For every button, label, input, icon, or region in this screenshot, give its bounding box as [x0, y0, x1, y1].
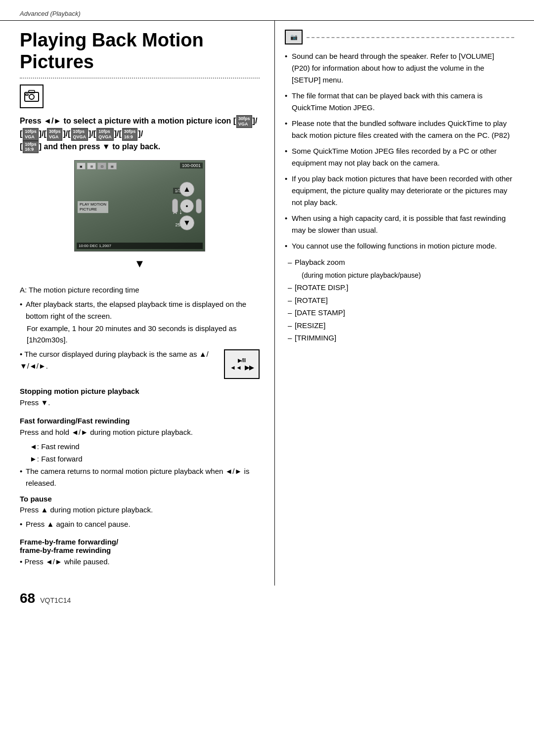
- frame-header: Frame-by-frame forwarding/frame-by-frame…: [20, 538, 260, 554]
- svg-rect-2: [29, 90, 35, 93]
- screen-left-label: PLAY MOTIONPICTURE: [78, 201, 108, 213]
- right-header-box: 📷: [285, 30, 514, 44]
- title-divider: [20, 78, 260, 79]
- pause-body: Press ▲ during motion picture playback.: [20, 504, 260, 515]
- cursor-note-text: • The cursor displayed during playback i…: [20, 348, 216, 372]
- frame-body: • Press ◄/► while paused.: [20, 556, 260, 567]
- camera-screen: ▣ ⊞ ⊡ ▤ 100-0001 PLAY MOTIONPICTURE: [74, 160, 205, 252]
- functions-list: Playback zoom (during motion picture pla…: [285, 256, 514, 344]
- screen-counter: 100-0001: [180, 163, 203, 168]
- list-item: [RESIZE]: [285, 319, 514, 332]
- list-item: Sound can be heard through the speaker. …: [285, 50, 514, 86]
- main-content: Playing Back Motion Pictures Press ◄/► t: [0, 21, 534, 586]
- list-item: You cannot use the following functions i…: [285, 240, 514, 252]
- stopping-header: Stopping motion picture playback: [20, 387, 260, 395]
- svg-point-1: [29, 94, 34, 99]
- list-item: Playback zoom (during motion picture pla…: [285, 256, 514, 281]
- list-item: If you play back motion pictures that ha…: [285, 173, 514, 209]
- a-annotation: A: The motion picture recording time: [20, 284, 260, 295]
- nav-down-btn: ▼: [179, 215, 194, 230]
- svg-rect-3: [26, 94, 28, 95]
- fast-forward-body: Press and hold ◄/► during motion picture…: [20, 426, 260, 438]
- fast-rewind-item: ◄: Fast rewind: [20, 441, 260, 452]
- pause-header: To pause: [20, 495, 260, 503]
- fast-forward-bullets: The camera returns to normal motion pict…: [20, 465, 260, 489]
- pause-bullets: Press ▲ again to cancel pause.: [20, 518, 260, 530]
- instruction-text: Press ◄/► to select a picture with a mot…: [20, 115, 260, 153]
- list-item: Press ▲ again to cancel pause.: [20, 518, 260, 530]
- page-footer: 68 VQT1C14: [0, 586, 534, 611]
- right-column: 📷 Sound can be heard through the speaker…: [274, 21, 534, 586]
- cursor-arrows: ◄◄▶▶: [230, 364, 254, 371]
- fast-forward-item: ►: Fast forward: [20, 453, 260, 464]
- dashed-line: [307, 37, 514, 38]
- screen-nav-controls: ▲ ● ▼: [172, 182, 202, 230]
- camera-small-icon: 📷: [290, 34, 298, 41]
- stopping-body: Press ▼.: [20, 397, 260, 408]
- page-number: 68: [20, 590, 35, 606]
- body-bullet-list: After playback starts, the elapsed playb…: [20, 298, 260, 322]
- right-bullet-list: Sound can be heard through the speaker. …: [285, 50, 514, 252]
- right-icon-box: 📷: [285, 30, 303, 44]
- list-item: After playback starts, the elapsed playb…: [20, 298, 260, 322]
- list-item: [ROTATE DISP.]: [285, 281, 514, 294]
- list-item: When using a high capacity card, it is p…: [285, 212, 514, 236]
- breadcrumb-area: Advanced (Playback): [0, 0, 534, 17]
- screen-bottom-bar: 10:00 DEC 1,2007: [77, 243, 203, 249]
- cursor-play-pause: ▶/II: [238, 358, 246, 363]
- list-item: [DATE STAMP]: [285, 306, 514, 319]
- playback-zoom-subnote: (during motion picture playback/pause): [295, 271, 421, 279]
- list-item: The camera returns to normal motion pict…: [20, 465, 260, 489]
- page: Advanced (Playback) Playing Back Motion …: [0, 0, 534, 756]
- list-item: Please note that the bundled software in…: [285, 118, 514, 141]
- cursor-note: • The cursor displayed during playback i…: [20, 348, 260, 379]
- list-item: Some QuickTime Motion JPEG files recorde…: [285, 145, 514, 169]
- breadcrumb: Advanced (Playback): [20, 10, 81, 17]
- fast-forward-header: Fast forwarding/Fast rewinding: [20, 417, 260, 425]
- camera-icon-box: [20, 84, 44, 108]
- page-title: Playing Back Motion Pictures: [20, 30, 260, 73]
- down-arrow-indicator: ▼: [74, 257, 205, 270]
- cursor-image: ▶/II ◄◄▶▶: [224, 349, 260, 379]
- left-column: Playing Back Motion Pictures Press ◄/► t: [0, 21, 274, 586]
- model-number: VQT1C14: [40, 596, 71, 604]
- nav-up-btn: ▲: [179, 182, 194, 197]
- example-text: For example, 1 hour 20 minutes and 30 se…: [20, 323, 260, 346]
- camera-icon: [24, 89, 39, 104]
- list-item: [TRIMMING]: [285, 332, 514, 344]
- list-item: [ROTATE]: [285, 294, 514, 307]
- list-item: The file format that can be played back …: [285, 90, 514, 114]
